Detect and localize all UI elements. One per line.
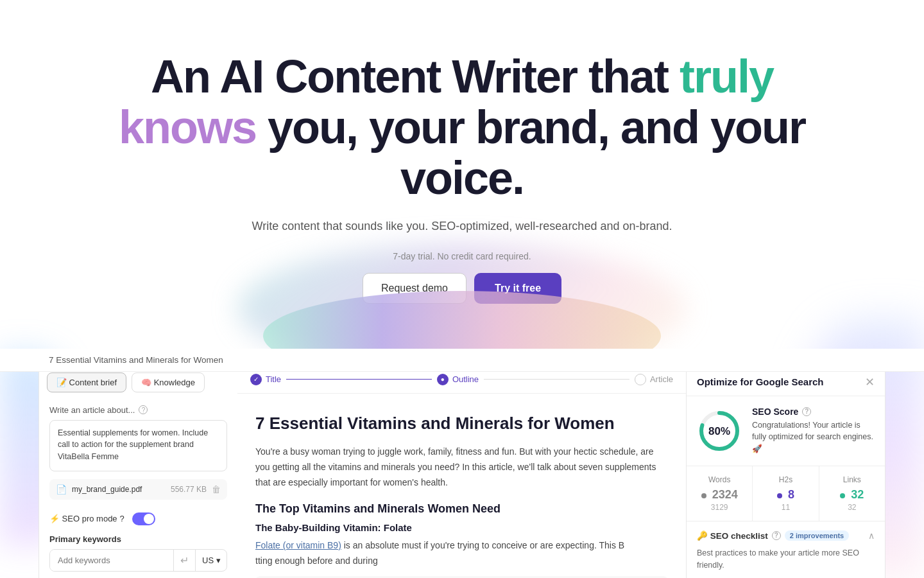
h2s-total: 11 — [760, 503, 810, 512]
score-title: SEO Score ? — [752, 407, 875, 417]
step-line-1 — [286, 379, 432, 380]
checklist-title: 🔑 SEO checklist ? 2 improvements — [697, 530, 849, 541]
page-bar: 7 Essential Vitamins and Minerals for Wo… — [0, 349, 924, 372]
step-line-2 — [484, 379, 629, 380]
left-panel: 📝 Content brief 🧠 Knowledge Write an art… — [38, 365, 237, 578]
close-button[interactable]: ✕ — [865, 376, 875, 388]
content-brief-textarea[interactable]: Essential supplements for women. Include… — [49, 420, 227, 471]
links-label: Links — [827, 475, 877, 484]
keywords-label: Primary keywords — [49, 534, 227, 544]
return-icon: ↵ — [173, 550, 195, 571]
delete-file-icon[interactable]: 🗑 — [212, 484, 221, 495]
links-total: 32 — [827, 503, 877, 512]
words-label: Words — [694, 475, 744, 484]
file-icon: 📄 — [56, 484, 67, 495]
improvements-badge: 2 improvements — [785, 530, 849, 541]
headline-knows: knows — [119, 101, 256, 153]
stat-links: Links 32 32 — [819, 466, 885, 521]
keywords-section: Primary keywords ↵ US ▾ — [39, 532, 237, 578]
seo-score-section: 80% SEO Score ? Congratulations! Your ar… — [687, 396, 885, 466]
country-selector[interactable]: US ▾ — [195, 550, 227, 571]
h2s-dot — [777, 493, 782, 498]
write-section: Write an article about... ? Essential su… — [39, 399, 237, 506]
checklist-collapse-button[interactable]: ∧ — [868, 530, 875, 541]
article-intro: You're a busy woman trying to juggle wor… — [255, 444, 668, 490]
step1-label: Title — [266, 374, 281, 384]
score-help-icon[interactable]: ? — [802, 407, 811, 416]
checklist-desc: Best practices to make your article more… — [697, 547, 875, 572]
tab-knowledge[interactable]: 🧠 Knowledge — [132, 372, 205, 392]
h2s-value: 8 — [760, 488, 810, 502]
file-size: 556.77 KB — [171, 485, 207, 494]
right-panel: Optimize for Google Search ✕ 80% SEO Sco… — [687, 365, 886, 578]
step2-label: Outline — [452, 374, 479, 384]
links-dot — [840, 493, 845, 498]
keywords-input-row: ↵ US ▾ — [49, 549, 227, 572]
stat-h2s: H2s 8 11 — [753, 466, 819, 521]
folate-text-post: is an absolute must if you're trying to … — [344, 540, 624, 550]
score-congrats: Congratulations! Your article is fully o… — [752, 419, 875, 455]
seo-mode-label: ⚡ SEO pro mode ? — [49, 514, 124, 523]
stat-words: Words 2324 3129 — [687, 466, 753, 521]
article-folate-text: Folate (or vitamin B9) is an absolute mu… — [255, 538, 668, 554]
step1-dot: ✓ — [250, 374, 262, 385]
headline-part2: you, your brand, and your voice. — [256, 101, 805, 204]
keywords-input[interactable] — [50, 550, 173, 571]
words-dot — [701, 493, 706, 498]
hero-section: An AI Content Writer that truly knows yo… — [0, 0, 924, 349]
trial-text: 7-day trial. No credit card required. — [13, 251, 911, 261]
middle-panel: ✓ Title ● Outline Article 7 Essential Vi… — [237, 365, 687, 578]
score-info: SEO Score ? Congratulations! Your articl… — [752, 407, 875, 455]
article-content: 7 Essential Vitamins and Minerals for Wo… — [237, 394, 686, 578]
step-title: ✓ Title — [250, 374, 281, 385]
file-name: my_brand_guide.pdf — [72, 485, 166, 494]
ui-section: 📝 Content brief 🧠 Knowledge Write an art… — [0, 365, 924, 578]
step-article: Article — [635, 374, 673, 385]
links-value: 32 — [827, 488, 877, 502]
h2s-label: H2s — [760, 475, 810, 484]
step3-label: Article — [650, 374, 673, 384]
write-help-icon[interactable]: ? — [139, 405, 148, 414]
file-item: 📄 my_brand_guide.pdf 556.77 KB 🗑 — [49, 479, 227, 500]
checklist-help-icon[interactable]: ? — [772, 531, 781, 540]
step2-dot: ● — [437, 374, 449, 385]
hero-subtitle: Write content that sounds like you. SEO-… — [13, 220, 911, 233]
article-section1-title: The Top Vitamins and Minerals Women Need — [255, 502, 668, 516]
write-label: Write an article about... ? — [49, 405, 227, 415]
words-total: 3129 — [694, 503, 744, 512]
headline-part1: An AI Content Writer that — [151, 51, 680, 102]
hero-headline: An AI Content Writer that truly knows yo… — [109, 51, 815, 204]
score-circle: 80% — [697, 408, 742, 453]
wave-decoration — [263, 291, 661, 349]
score-value: 80% — [708, 425, 730, 436]
seo-mode-row: ⚡ SEO pro mode ? — [39, 506, 237, 532]
right-panel-title: Optimize for Google Search — [697, 376, 824, 387]
country-code: US — [202, 556, 214, 565]
words-value: 2324 — [694, 488, 744, 502]
article-section2-title: The Baby-Building Vitamin: Folate — [255, 522, 668, 533]
article-folate-cont: tting enough before and during — [255, 554, 668, 569]
step-outline: ● Outline — [437, 374, 479, 385]
step3-dot — [635, 374, 646, 385]
seo-toggle[interactable] — [132, 512, 155, 525]
headline-truly: truly — [680, 51, 773, 102]
checklist-header: 🔑 SEO checklist ? 2 improvements ∧ — [697, 530, 875, 541]
svg-point-0 — [263, 291, 661, 349]
chevron-down-icon: ▾ — [216, 556, 221, 565]
tab-content-brief[interactable]: 📝 Content brief — [47, 372, 126, 392]
stats-row: Words 2324 3129 H2s 8 11 Links 3 — [687, 466, 885, 521]
page-bar-title: 7 Essential Vitamins and Minerals for Wo… — [49, 355, 223, 365]
article-title: 7 Essential Vitamins and Minerals for Wo… — [255, 413, 668, 435]
folate-link[interactable]: Folate (or vitamin B9) — [255, 540, 341, 550]
seo-help-icon[interactable]: ? — [120, 514, 124, 523]
checklist-section: 🔑 SEO checklist ? 2 improvements ∧ Best … — [687, 521, 885, 578]
